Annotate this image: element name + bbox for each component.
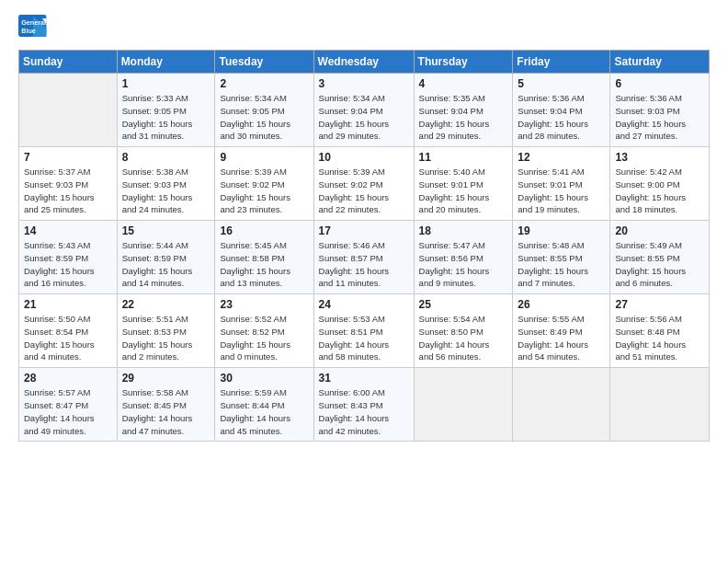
day-cell: 6Sunrise: 5:36 AM Sunset: 9:03 PM Daylig… [610,74,710,147]
day-cell: 27Sunrise: 5:56 AM Sunset: 8:48 PM Dayli… [610,294,710,368]
day-number: 22 [122,298,210,311]
day-cell: 9Sunrise: 5:39 AM Sunset: 9:02 PM Daylig… [215,147,313,221]
day-info: Sunrise: 5:36 AM Sunset: 9:04 PM Dayligh… [518,92,605,143]
weekday-header-wednesday: Wednesday [313,51,414,74]
day-cell: 14Sunrise: 5:43 AM Sunset: 8:59 PM Dayli… [19,221,118,294]
day-info: Sunrise: 5:48 AM Sunset: 8:55 PM Dayligh… [518,239,605,290]
day-info: Sunrise: 5:54 AM Sunset: 8:50 PM Dayligh… [419,313,508,363]
day-info: Sunrise: 5:46 AM Sunset: 8:57 PM Dayligh… [319,239,409,290]
calendar-page: General Blue SundayMondayTuesdayWednesda… [0,0,728,563]
day-info: Sunrise: 5:40 AM Sunset: 9:01 PM Dayligh… [419,166,508,216]
day-cell: 28Sunrise: 5:57 AM Sunset: 8:47 PM Dayli… [19,368,118,442]
day-number: 2 [220,77,308,90]
day-info: Sunrise: 5:57 AM Sunset: 8:47 PM Dayligh… [24,386,112,437]
day-number: 15 [122,224,210,237]
day-cell: 4Sunrise: 5:35 AM Sunset: 9:04 PM Daylig… [414,74,513,147]
day-number: 17 [319,224,409,237]
day-info: Sunrise: 5:55 AM Sunset: 8:49 PM Dayligh… [518,313,605,363]
header: General Blue [18,15,710,40]
day-number: 10 [319,151,409,164]
day-info: Sunrise: 5:44 AM Sunset: 8:59 PM Dayligh… [122,239,210,290]
day-cell: 16Sunrise: 5:45 AM Sunset: 8:58 PM Dayli… [215,221,313,294]
day-number: 9 [220,151,308,164]
day-number: 8 [122,151,210,164]
day-number: 11 [419,151,508,164]
day-number: 5 [518,77,605,90]
day-cell [19,74,118,147]
week-row-3: 14Sunrise: 5:43 AM Sunset: 8:59 PM Dayli… [19,221,710,294]
day-number: 27 [615,298,704,311]
day-number: 26 [518,298,605,311]
day-info: Sunrise: 5:56 AM Sunset: 8:48 PM Dayligh… [615,313,704,363]
day-number: 31 [319,372,409,385]
day-number: 24 [319,298,409,311]
day-cell: 2Sunrise: 5:34 AM Sunset: 9:05 PM Daylig… [215,74,313,147]
day-info: Sunrise: 5:43 AM Sunset: 8:59 PM Dayligh… [24,239,112,290]
day-info: Sunrise: 5:42 AM Sunset: 9:00 PM Dayligh… [615,166,704,216]
day-number: 29 [122,372,210,385]
weekday-header-monday: Monday [117,51,215,74]
day-info: Sunrise: 5:34 AM Sunset: 9:04 PM Dayligh… [319,92,409,143]
day-number: 6 [615,77,704,90]
day-cell: 8Sunrise: 5:38 AM Sunset: 9:03 PM Daylig… [117,147,215,221]
day-cell: 5Sunrise: 5:36 AM Sunset: 9:04 PM Daylig… [513,74,610,147]
day-number: 4 [419,77,508,90]
day-cell [513,368,610,442]
day-number: 7 [24,151,112,164]
day-cell: 24Sunrise: 5:53 AM Sunset: 8:51 PM Dayli… [313,294,414,368]
day-cell: 11Sunrise: 5:40 AM Sunset: 9:01 PM Dayli… [414,147,513,221]
day-number: 28 [24,372,112,385]
weekday-header-sunday: Sunday [19,51,118,74]
day-number: 16 [220,224,308,237]
day-number: 13 [615,151,704,164]
day-info: Sunrise: 5:59 AM Sunset: 8:44 PM Dayligh… [220,386,308,437]
day-info: Sunrise: 5:34 AM Sunset: 9:05 PM Dayligh… [220,92,308,143]
week-row-4: 21Sunrise: 5:50 AM Sunset: 8:54 PM Dayli… [19,294,710,368]
day-cell: 22Sunrise: 5:51 AM Sunset: 8:53 PM Dayli… [117,294,215,368]
day-cell: 25Sunrise: 5:54 AM Sunset: 8:50 PM Dayli… [414,294,513,368]
day-cell: 21Sunrise: 5:50 AM Sunset: 8:54 PM Dayli… [19,294,118,368]
day-info: Sunrise: 6:00 AM Sunset: 8:43 PM Dayligh… [319,386,409,437]
day-number: 19 [518,224,605,237]
day-cell: 13Sunrise: 5:42 AM Sunset: 9:00 PM Dayli… [610,147,710,221]
day-cell [414,368,513,442]
svg-text:General: General [21,18,46,27]
week-row-5: 28Sunrise: 5:57 AM Sunset: 8:47 PM Dayli… [19,368,710,442]
day-number: 20 [615,224,704,237]
weekday-header-thursday: Thursday [414,51,513,74]
day-info: Sunrise: 5:33 AM Sunset: 9:05 PM Dayligh… [122,92,210,143]
day-info: Sunrise: 5:37 AM Sunset: 9:03 PM Dayligh… [24,166,112,216]
day-cell: 12Sunrise: 5:41 AM Sunset: 9:01 PM Dayli… [513,147,610,221]
day-cell: 29Sunrise: 5:58 AM Sunset: 8:45 PM Dayli… [117,368,215,442]
day-info: Sunrise: 5:45 AM Sunset: 8:58 PM Dayligh… [220,239,308,290]
day-info: Sunrise: 5:36 AM Sunset: 9:03 PM Dayligh… [615,92,704,143]
day-number: 12 [518,151,605,164]
day-number: 21 [24,298,112,311]
day-cell: 15Sunrise: 5:44 AM Sunset: 8:59 PM Dayli… [117,221,215,294]
day-info: Sunrise: 5:51 AM Sunset: 8:53 PM Dayligh… [122,313,210,363]
day-cell: 20Sunrise: 5:49 AM Sunset: 8:55 PM Dayli… [610,221,710,294]
week-row-2: 7Sunrise: 5:37 AM Sunset: 9:03 PM Daylig… [19,147,710,221]
day-cell: 23Sunrise: 5:52 AM Sunset: 8:52 PM Dayli… [215,294,313,368]
day-number: 1 [122,77,210,90]
weekday-header-row: SundayMondayTuesdayWednesdayThursdayFrid… [19,51,710,74]
day-info: Sunrise: 5:38 AM Sunset: 9:03 PM Dayligh… [122,166,210,216]
day-number: 30 [220,372,308,385]
day-number: 23 [220,298,308,311]
day-number: 14 [24,224,112,237]
day-cell: 18Sunrise: 5:47 AM Sunset: 8:56 PM Dayli… [414,221,513,294]
day-cell: 10Sunrise: 5:39 AM Sunset: 9:02 PM Dayli… [313,147,414,221]
day-info: Sunrise: 5:39 AM Sunset: 9:02 PM Dayligh… [319,166,409,216]
day-number: 18 [419,224,508,237]
day-info: Sunrise: 5:39 AM Sunset: 9:02 PM Dayligh… [220,166,308,216]
day-info: Sunrise: 5:50 AM Sunset: 8:54 PM Dayligh… [24,313,112,363]
day-number: 3 [319,77,409,90]
day-cell: 1Sunrise: 5:33 AM Sunset: 9:05 PM Daylig… [117,74,215,147]
day-cell: 19Sunrise: 5:48 AM Sunset: 8:55 PM Dayli… [513,221,610,294]
weekday-header-friday: Friday [513,51,610,74]
svg-text:Blue: Blue [21,27,36,35]
weekday-header-saturday: Saturday [610,51,710,74]
day-info: Sunrise: 5:53 AM Sunset: 8:51 PM Dayligh… [319,313,409,363]
day-cell: 7Sunrise: 5:37 AM Sunset: 9:03 PM Daylig… [19,147,118,221]
day-info: Sunrise: 5:49 AM Sunset: 8:55 PM Dayligh… [615,239,704,290]
